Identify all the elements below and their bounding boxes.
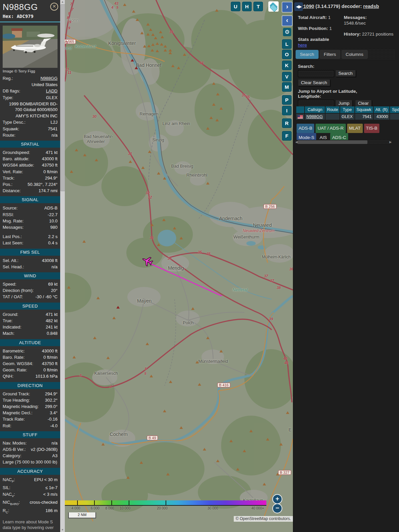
callsign-link[interactable]: N988GG xyxy=(306,114,323,119)
info-row: Indicated:241 kt xyxy=(0,324,60,330)
map-button-i[interactable]: I xyxy=(282,106,292,115)
peak-icon xyxy=(266,438,269,441)
map-button-u[interactable]: U xyxy=(231,2,240,11)
info-label: SIL: xyxy=(3,485,10,490)
source-badge-tis-b[interactable]: TIS-B xyxy=(364,124,380,133)
junction-number: 37 xyxy=(264,274,268,278)
info-label: Speed: xyxy=(3,281,16,287)
tab-filters[interactable]: Filters xyxy=(320,50,340,59)
peak-icon xyxy=(135,66,138,69)
column-header-flag[interactable] xyxy=(296,106,304,113)
peak-icon xyxy=(215,119,219,121)
chevron-right-icon[interactable]: › xyxy=(282,2,293,13)
column-header-route[interactable]: Route xyxy=(326,106,339,113)
peak-icon xyxy=(163,177,166,180)
info-value: A3 xyxy=(52,453,58,459)
table-row[interactable]: N988GGGLEX754143000 xyxy=(296,114,399,120)
peak-icon xyxy=(123,3,126,6)
map-attribution[interactable]: © OpenStreetMap contributors. xyxy=(234,516,293,522)
map-button-h[interactable]: H xyxy=(242,2,252,11)
zoom-out-button[interactable]: − xyxy=(272,503,282,513)
column-header-altft[interactable]: Alt. (ft) xyxy=(374,106,390,113)
info-row: Baro. altitude:43000 ft xyxy=(0,156,60,162)
peak-icon xyxy=(140,461,143,464)
panel-collapse-toggle-icon[interactable]: ◀▶ xyxy=(294,2,303,11)
map-button-r[interactable]: R xyxy=(282,118,292,128)
map-button-l[interactable]: L xyxy=(282,39,292,49)
info-value: 69 kt xyxy=(48,281,58,287)
column-header-callsign[interactable]: Callsign xyxy=(305,106,325,113)
scroll-right-icon[interactable]: ▶ xyxy=(389,140,392,144)
scroll-up-icon[interactable]: ▲ xyxy=(60,0,65,4)
section-body: Sel. Alt.:43008 ftSel. Head.:n/a xyxy=(0,257,60,270)
info-row: United States xyxy=(0,81,60,88)
info-label: Direction (from): xyxy=(3,288,34,293)
info-value-link[interactable]: LADD xyxy=(46,88,58,94)
sidebar-scrollbar-thumb[interactable] xyxy=(61,4,65,191)
map-label-k-nigswinter: Königswinter xyxy=(108,41,136,46)
column-header-spd[interactable]: Spd xyxy=(390,106,399,113)
junction-number: 5 xyxy=(116,5,118,9)
map-label-bad-breisig: Bad Breisig xyxy=(171,164,193,169)
readsb-link[interactable]: readsb xyxy=(363,4,379,9)
stats-here-link[interactable]: here xyxy=(298,43,307,48)
map[interactable]: BonnKottenforstforstKönigswinterBad Honn… xyxy=(65,0,293,532)
info-value: 294.9° xyxy=(45,175,58,181)
aircraft-detail-sections: SPATIALGroundspeed:471 ktBaro. altitude:… xyxy=(0,141,60,516)
info-value: 1013.6 hPa xyxy=(35,373,58,379)
info-row: Roll:-4.0 xyxy=(0,423,60,429)
map-button-o[interactable]: O xyxy=(282,50,292,59)
info-row: ADS-B Ver.:v2 (DO-260B) xyxy=(0,446,60,453)
map-label-sinzig: Sinzig xyxy=(152,137,164,142)
source-badge-mlat[interactable]: MLAT xyxy=(347,124,363,133)
info-label: Roll: xyxy=(3,423,11,429)
map-button-m[interactable]: M xyxy=(282,82,292,92)
map-button-t[interactable]: T xyxy=(253,2,263,11)
source-badge-uat-ads-r[interactable]: UAT / ADS-R xyxy=(316,124,345,133)
info-label: NACV: xyxy=(3,491,15,499)
info-label: Reg.: xyxy=(3,75,13,81)
peak-icon xyxy=(219,107,223,110)
peak-icon xyxy=(154,37,157,39)
peak-icon xyxy=(212,82,215,85)
junction-number: 34 xyxy=(168,256,172,260)
peak-icon xyxy=(151,49,154,52)
layers-icon[interactable] xyxy=(268,1,279,12)
search-input[interactable] xyxy=(298,70,334,77)
search-button[interactable]: Search xyxy=(335,70,356,77)
source-filter-badges: ADS-BUAT / ADS-RMLATTIS-BMode-SAISADS-C xyxy=(297,124,396,142)
info-row: Type Desc.:L2J xyxy=(0,119,60,125)
zoom-in-button[interactable]: + xyxy=(272,494,282,504)
info-row: Large (75 000 to 300 000 lb) xyxy=(0,459,60,465)
close-icon[interactable]: ✕ xyxy=(50,3,58,11)
info-row: NICBARO:cross-checked xyxy=(0,499,60,507)
scroll-down-icon[interactable]: ▼ xyxy=(60,528,65,532)
info-value: 0.848 xyxy=(47,331,58,336)
map-button-k[interactable]: K xyxy=(282,61,292,70)
table-horizontal-scrollbar[interactable]: ◀ ▶ xyxy=(295,140,392,144)
map-button-v[interactable]: V xyxy=(282,72,292,81)
peak-icon xyxy=(132,10,135,13)
info-row: Track:294.9° xyxy=(0,175,60,181)
footnote-line: Learn more about Mode S xyxy=(3,519,58,525)
peak-icon xyxy=(236,468,239,470)
map-label-mendig: Mendig xyxy=(168,265,184,271)
info-value-link[interactable]: N988GG xyxy=(41,75,58,81)
tab-columns[interactable]: Columns xyxy=(341,50,368,59)
clear-search-button[interactable]: Clear Search xyxy=(298,79,330,86)
column-header-type[interactable]: Type xyxy=(340,106,354,113)
sidebar-scrollbar[interactable]: ▲ ▼ xyxy=(60,0,65,532)
chevron-left-icon[interactable]: ‹ xyxy=(282,15,293,26)
map-button-f[interactable]: F xyxy=(282,131,292,141)
scrollbar-thumb[interactable] xyxy=(298,140,367,144)
gear-icon[interactable]: ⚙ xyxy=(283,28,291,36)
table-header-row: CallsignRouteTypeSquawkAlt. (ft)Spd xyxy=(296,106,399,113)
road-badge-b-416: B 416 xyxy=(217,383,230,387)
source-badge-ads-b[interactable]: ADS-B xyxy=(297,124,314,133)
scroll-left-icon[interactable]: ◀ xyxy=(295,140,298,144)
tab-search[interactable]: Search xyxy=(296,50,319,59)
info-value: ADS-B xyxy=(44,205,58,211)
aircraft-photo[interactable] xyxy=(3,26,58,68)
column-header-squawk[interactable]: Squawk xyxy=(355,106,373,113)
map-button-p[interactable]: P xyxy=(282,95,292,105)
